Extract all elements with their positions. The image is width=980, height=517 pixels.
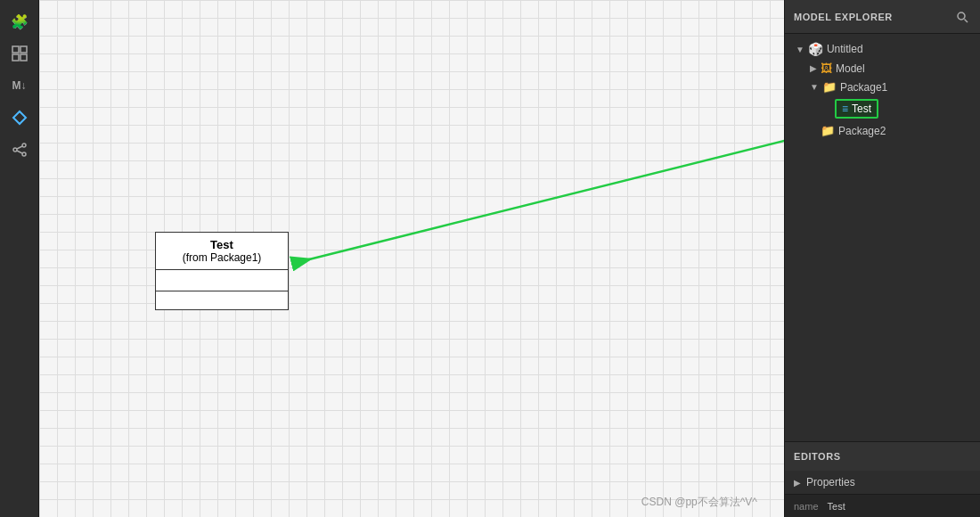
svg-point-5 (22, 144, 26, 147)
svg-line-11 (291, 135, 784, 264)
test-label: Test (852, 103, 871, 115)
grid-btn[interactable] (5, 39, 34, 68)
tree-item-model[interactable]: ▶ 🖼 Model (785, 59, 980, 78)
svg-rect-2 (12, 54, 19, 61)
svg-line-8 (17, 146, 22, 149)
test-icon: ≡ (842, 103, 848, 115)
tree-item-package1[interactable]: ▼ 📁 Package1 (785, 78, 980, 96)
untitled-arrow: ▼ (796, 45, 804, 54)
tree-area: ▼ 🎲 Untitled ▶ 🖼 Model ▼ 📁 Package1 ▶ ≡ … (785, 34, 980, 441)
status-name-value: Test (828, 501, 845, 512)
search-btn[interactable] (953, 8, 971, 26)
properties-item[interactable]: ▶ Properties (785, 471, 980, 494)
svg-point-6 (13, 148, 17, 152)
package2-icon: 📁 (821, 124, 835, 137)
right-panel: MODEL EXPLORER ▼ 🎲 Untitled ▶ 🖼 Model ▼ (784, 0, 980, 517)
untitled-label: Untitled (827, 43, 973, 55)
package1-label: Package1 (840, 81, 973, 94)
status-bar: name Test (785, 494, 980, 517)
extensions-btn[interactable]: 🧩 (5, 7, 34, 36)
svg-rect-3 (20, 54, 27, 61)
watermark: CSDN @pp不会算法^V^ (641, 495, 757, 510)
package1-icon: 📁 (822, 80, 837, 94)
properties-arrow: ▶ (794, 478, 801, 488)
model-explorer-title: MODEL EXPLORER (794, 12, 946, 22)
editors-section: EDITORS ▶ Properties (785, 441, 980, 494)
svg-rect-0 (12, 46, 19, 53)
svg-marker-4 (13, 111, 26, 124)
connection-arrow (39, 0, 784, 517)
package1-arrow: ▼ (810, 82, 819, 92)
share-btn[interactable] (5, 135, 34, 164)
class-package: (from Package1) (163, 251, 281, 264)
properties-label: Properties (806, 476, 855, 488)
editors-title: EDITORS (794, 451, 841, 462)
class-name: Test (163, 238, 281, 251)
left-toolbar: 🧩 M↓ (0, 0, 39, 517)
diamond-btn[interactable] (5, 103, 34, 132)
uml-class-body (156, 270, 288, 291)
model-icon: 🖼 (821, 62, 832, 75)
canvas-area[interactable]: Test (from Package1) CSDN @pp不会算法^V^ (39, 0, 784, 517)
markdown-btn[interactable]: M↓ (5, 71, 34, 100)
model-arrow: ▶ (810, 63, 817, 73)
tree-item-test[interactable]: ▶ ≡ Test (785, 96, 980, 121)
uml-class-box[interactable]: Test (from Package1) (155, 232, 289, 310)
tree-item-untitled[interactable]: ▼ 🎲 Untitled (785, 39, 980, 59)
svg-rect-1 (20, 46, 27, 53)
untitled-icon: 🎲 (808, 42, 823, 56)
model-label: Model (836, 62, 973, 75)
model-explorer-header: MODEL EXPLORER (785, 0, 980, 34)
test-selected-box[interactable]: ≡ Test (835, 99, 878, 119)
tree-item-package2[interactable]: ▶ 📁 Package2 (785, 121, 980, 140)
svg-line-9 (17, 151, 22, 153)
uml-class-header: Test (from Package1) (156, 233, 288, 270)
svg-point-12 (958, 12, 965, 20)
status-name-label: name (794, 501, 819, 512)
package2-label: Package2 (838, 125, 973, 137)
editors-header: EDITORS (785, 442, 980, 471)
svg-line-13 (965, 19, 968, 22)
svg-point-7 (22, 152, 26, 156)
uml-class-methods (156, 291, 288, 309)
